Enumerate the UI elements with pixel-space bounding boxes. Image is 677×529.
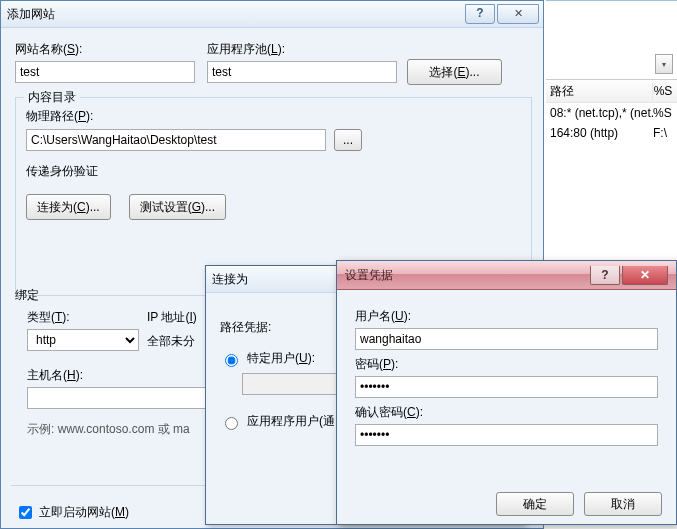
test-settings-button[interactable]: 测试设置(G)... [129, 194, 226, 220]
specific-user-radio[interactable] [225, 354, 238, 367]
col-header-path[interactable]: 路径 [550, 83, 653, 100]
set-credentials-titlebar[interactable]: 设置凭据 ? ✕ [337, 261, 676, 290]
dropdown-arrow-icon[interactable]: ▾ [655, 54, 673, 74]
site-name-input[interactable] [15, 61, 195, 83]
add-website-title: 添加网站 [7, 6, 55, 23]
ip-address-value: 全部未分 [147, 333, 195, 350]
content-directory-legend: 内容目录 [24, 89, 80, 106]
app-pool-input [207, 61, 397, 83]
cell-perc: %S [653, 106, 673, 120]
autostart-label: 立即启动网站(M) [39, 504, 129, 521]
specific-user-label: 特定用户(U): [247, 350, 315, 367]
browse-path-button[interactable]: ... [334, 129, 362, 151]
table-row[interactable]: 08:* (net.tcp),* (net. %S [546, 103, 677, 123]
cell-perc: F:\ [653, 126, 673, 140]
col-header-perc[interactable]: %S [653, 84, 673, 98]
connect-as-title: 连接为 [212, 271, 248, 288]
confirm-password-input[interactable] [355, 424, 658, 446]
autostart-checkbox[interactable] [19, 506, 32, 519]
type-label: 类型(T): [27, 309, 70, 326]
site-name-label: 网站名称(S): [15, 41, 82, 58]
table-row[interactable]: 164:80 (http) F:\ [546, 123, 677, 143]
close-button[interactable]: ✕ [622, 266, 668, 285]
confirm-password-label: 确认密码(C): [355, 404, 658, 421]
connect-as-button[interactable]: 连接为(C)... [26, 194, 111, 220]
set-credentials-title: 设置凭据 [345, 267, 393, 284]
app-user-radio[interactable] [225, 417, 238, 430]
host-name-label: 主机名(H): [27, 367, 83, 384]
cell-path: 08:* (net.tcp),* (net. [550, 106, 653, 120]
select-app-pool-button[interactable]: 选择(E)... [407, 59, 502, 85]
help-button[interactable]: ? [590, 266, 620, 285]
background-filter-bar: ▾ [546, 49, 677, 80]
close-button[interactable]: ✕ [497, 4, 539, 24]
binding-label: 绑定 [15, 287, 39, 304]
app-pool-label: 应用程序池(L): [207, 41, 285, 58]
app-user-label: 应用程序用户(通 [247, 413, 335, 430]
physical-path-label: 物理路径(P): [26, 108, 521, 125]
type-select[interactable]: http [27, 329, 139, 351]
password-label: 密码(P): [355, 356, 658, 373]
cancel-button[interactable]: 取消 [584, 492, 662, 516]
host-example-label: 示例: www.contoso.com 或 ma [27, 421, 190, 438]
add-website-titlebar[interactable]: 添加网站 ? ✕ [1, 1, 543, 28]
help-button[interactable]: ? [465, 4, 495, 24]
password-input[interactable] [355, 376, 658, 398]
username-label: 用户名(U): [355, 308, 658, 325]
background-table-header: 路径 %S [546, 80, 677, 103]
set-credentials-dialog: 设置凭据 ? ✕ 用户名(U): 密码(P): 确认密码(C): 确定 取消 [336, 260, 677, 525]
cell-path: 164:80 (http) [550, 126, 653, 140]
ok-button[interactable]: 确定 [496, 492, 574, 516]
passthrough-auth-label: 传递身份验证 [26, 163, 521, 180]
username-input[interactable] [355, 328, 658, 350]
ip-address-label: IP 地址(I) [147, 309, 197, 326]
physical-path-input[interactable] [26, 129, 326, 151]
host-name-input[interactable] [27, 387, 207, 409]
